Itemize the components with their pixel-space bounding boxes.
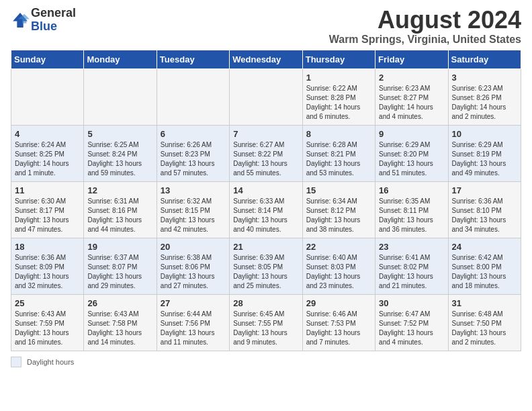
day-number: 9: [379, 129, 444, 139]
legend-box: [11, 357, 21, 367]
day-info: Sunrise: 6:26 AMSunset: 8:23 PMDaylight:…: [161, 140, 226, 178]
weekday-header: Wednesday: [230, 50, 302, 68]
calendar-table: SundayMondayTuesdayWednesdayThursdayFrid…: [11, 50, 521, 351]
logo-text: General Blue: [31, 7, 76, 34]
location-title: Warm Springs, Virginia, United States: [329, 34, 521, 46]
logo-icon: [11, 11, 30, 30]
day-info: Sunrise: 6:31 AMSunset: 8:16 PMDaylight:…: [87, 197, 152, 234]
header: General Blue August 2024 Warm Springs, V…: [11, 7, 521, 46]
calendar-cell: 26Sunrise: 6:43 AMSunset: 7:58 PMDayligh…: [84, 294, 157, 351]
header-row: SundayMondayTuesdayWednesdayThursdayFrid…: [11, 50, 521, 68]
calendar-cell: 7Sunrise: 6:27 AMSunset: 8:22 PMDaylight…: [230, 125, 302, 181]
calendar-cell: 31Sunrise: 6:48 AMSunset: 7:50 PMDayligh…: [448, 294, 521, 351]
day-info: Sunrise: 6:35 AMSunset: 8:11 PMDaylight:…: [379, 197, 444, 234]
calendar-cell: 8Sunrise: 6:28 AMSunset: 8:21 PMDaylight…: [302, 125, 375, 181]
day-number: 3: [452, 73, 517, 83]
day-info: Sunrise: 6:37 AMSunset: 8:07 PMDaylight:…: [87, 253, 152, 291]
calendar-cell: [157, 68, 229, 125]
legend-label: Daylight hours: [27, 358, 74, 366]
day-number: 10: [452, 129, 517, 139]
day-number: 11: [15, 185, 80, 195]
day-number: 1: [306, 73, 371, 83]
day-number: 12: [87, 185, 152, 195]
day-number: 17: [452, 185, 517, 195]
calendar-cell: 3Sunrise: 6:23 AMSunset: 8:26 PMDaylight…: [448, 68, 521, 125]
calendar-cell: 14Sunrise: 6:33 AMSunset: 8:14 PMDayligh…: [230, 181, 302, 238]
calendar-cell: 2Sunrise: 6:23 AMSunset: 8:27 PMDaylight…: [375, 68, 448, 125]
weekday-header: Friday: [375, 50, 448, 68]
calendar-week-row: 18Sunrise: 6:36 AMSunset: 8:09 PMDayligh…: [11, 238, 521, 294]
calendar-cell: 13Sunrise: 6:32 AMSunset: 8:15 PMDayligh…: [157, 181, 229, 238]
day-info: Sunrise: 6:33 AMSunset: 8:14 PMDaylight:…: [233, 197, 298, 234]
day-info: Sunrise: 6:36 AMSunset: 8:10 PMDaylight:…: [452, 197, 517, 234]
day-number: 27: [161, 298, 226, 308]
legend: Daylight hours: [11, 357, 521, 367]
day-info: Sunrise: 6:25 AMSunset: 8:24 PMDaylight:…: [87, 140, 152, 178]
weekday-header: Saturday: [448, 50, 521, 68]
calendar-cell: 6Sunrise: 6:26 AMSunset: 8:23 PMDaylight…: [157, 125, 229, 181]
day-number: 25: [15, 298, 80, 308]
calendar-cell: 10Sunrise: 6:29 AMSunset: 8:19 PMDayligh…: [448, 125, 521, 181]
day-number: 28: [233, 298, 298, 308]
day-number: 22: [306, 242, 371, 252]
day-number: 24: [452, 242, 517, 252]
day-info: Sunrise: 6:41 AMSunset: 8:02 PMDaylight:…: [379, 253, 444, 291]
weekday-header: Thursday: [302, 50, 375, 68]
calendar-cell: [11, 68, 84, 125]
day-info: Sunrise: 6:29 AMSunset: 8:19 PMDaylight:…: [452, 140, 517, 178]
day-number: 31: [452, 298, 517, 308]
calendar-cell: 4Sunrise: 6:24 AMSunset: 8:25 PMDaylight…: [11, 125, 84, 181]
day-info: Sunrise: 6:44 AMSunset: 7:56 PMDaylight:…: [161, 310, 226, 347]
calendar-cell: [230, 68, 302, 125]
weekday-header: Sunday: [11, 50, 84, 68]
calendar-cell: 19Sunrise: 6:37 AMSunset: 8:07 PMDayligh…: [84, 238, 157, 294]
calendar-week-row: 1Sunrise: 6:22 AMSunset: 8:28 PMDaylight…: [11, 68, 521, 125]
calendar-cell: 20Sunrise: 6:38 AMSunset: 8:06 PMDayligh…: [157, 238, 229, 294]
calendar-cell: 21Sunrise: 6:39 AMSunset: 8:05 PMDayligh…: [230, 238, 302, 294]
calendar-cell: 17Sunrise: 6:36 AMSunset: 8:10 PMDayligh…: [448, 181, 521, 238]
calendar-cell: [84, 68, 157, 125]
day-number: 2: [379, 73, 444, 83]
calendar-cell: 28Sunrise: 6:45 AMSunset: 7:55 PMDayligh…: [230, 294, 302, 351]
title-block: August 2024 Warm Springs, Virginia, Unit…: [329, 7, 521, 46]
weekday-header: Tuesday: [157, 50, 229, 68]
calendar-cell: 24Sunrise: 6:42 AMSunset: 8:00 PMDayligh…: [448, 238, 521, 294]
day-number: 8: [306, 129, 371, 139]
day-info: Sunrise: 6:45 AMSunset: 7:55 PMDaylight:…: [233, 310, 298, 347]
calendar-week-row: 11Sunrise: 6:30 AMSunset: 8:17 PMDayligh…: [11, 181, 521, 238]
day-number: 13: [161, 185, 226, 195]
day-info: Sunrise: 6:43 AMSunset: 7:59 PMDaylight:…: [15, 310, 80, 347]
day-number: 18: [15, 242, 80, 252]
calendar-cell: 27Sunrise: 6:44 AMSunset: 7:56 PMDayligh…: [157, 294, 229, 351]
day-number: 5: [87, 129, 152, 139]
day-info: Sunrise: 6:34 AMSunset: 8:12 PMDaylight:…: [306, 197, 371, 234]
day-number: 16: [379, 185, 444, 195]
calendar-cell: 16Sunrise: 6:35 AMSunset: 8:11 PMDayligh…: [375, 181, 448, 238]
calendar-week-row: 25Sunrise: 6:43 AMSunset: 7:59 PMDayligh…: [11, 294, 521, 351]
calendar-cell: 1Sunrise: 6:22 AMSunset: 8:28 PMDaylight…: [302, 68, 375, 125]
day-info: Sunrise: 6:30 AMSunset: 8:17 PMDaylight:…: [15, 197, 80, 234]
day-info: Sunrise: 6:39 AMSunset: 8:05 PMDaylight:…: [233, 253, 298, 291]
day-number: 29: [306, 298, 371, 308]
day-info: Sunrise: 6:32 AMSunset: 8:15 PMDaylight:…: [161, 197, 226, 234]
day-info: Sunrise: 6:27 AMSunset: 8:22 PMDaylight:…: [233, 140, 298, 178]
day-number: 4: [15, 129, 80, 139]
day-info: Sunrise: 6:40 AMSunset: 8:03 PMDaylight:…: [306, 253, 371, 291]
day-info: Sunrise: 6:24 AMSunset: 8:25 PMDaylight:…: [15, 140, 80, 178]
calendar-cell: 9Sunrise: 6:29 AMSunset: 8:20 PMDaylight…: [375, 125, 448, 181]
calendar-cell: 15Sunrise: 6:34 AMSunset: 8:12 PMDayligh…: [302, 181, 375, 238]
day-number: 15: [306, 185, 371, 195]
day-info: Sunrise: 6:28 AMSunset: 8:21 PMDaylight:…: [306, 140, 371, 178]
calendar-cell: 30Sunrise: 6:47 AMSunset: 7:52 PMDayligh…: [375, 294, 448, 351]
month-title: August 2024: [329, 7, 521, 34]
calendar-cell: 5Sunrise: 6:25 AMSunset: 8:24 PMDaylight…: [84, 125, 157, 181]
day-info: Sunrise: 6:43 AMSunset: 7:58 PMDaylight:…: [87, 310, 152, 347]
day-info: Sunrise: 6:36 AMSunset: 8:09 PMDaylight:…: [15, 253, 80, 291]
day-number: 23: [379, 242, 444, 252]
logo-general: General: [31, 7, 76, 20]
day-number: 20: [161, 242, 226, 252]
day-info: Sunrise: 6:42 AMSunset: 8:00 PMDaylight:…: [452, 253, 517, 291]
calendar-cell: 23Sunrise: 6:41 AMSunset: 8:02 PMDayligh…: [375, 238, 448, 294]
day-info: Sunrise: 6:29 AMSunset: 8:20 PMDaylight:…: [379, 140, 444, 178]
day-info: Sunrise: 6:23 AMSunset: 8:26 PMDaylight:…: [452, 84, 517, 122]
